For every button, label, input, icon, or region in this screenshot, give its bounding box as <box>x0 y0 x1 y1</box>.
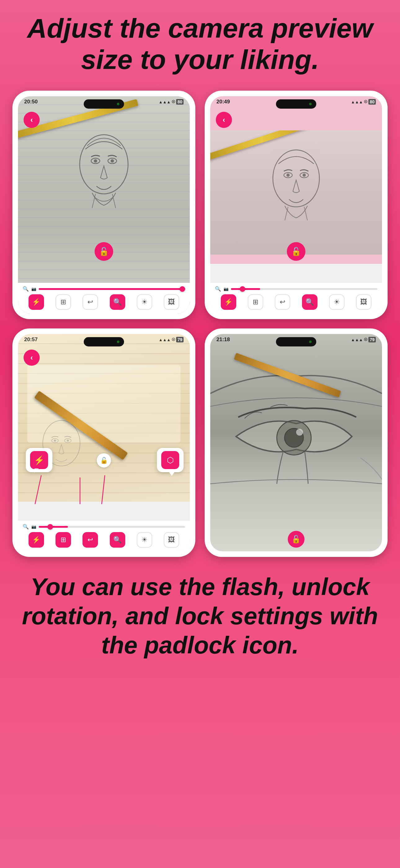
back-btn-1[interactable]: ‹ <box>24 112 40 128</box>
tools-row-3: ⚡ ⊞ ↩ 🔍 ☀ 🖼 <box>23 532 185 548</box>
status-bar-4: 21:18 ▲▲▲ ⦾ 79 <box>210 334 382 344</box>
battery-3: 79 <box>176 337 184 342</box>
phone-screen-1: 20:50 ▲▲▲ ⦾ 80 <box>18 96 190 314</box>
brightness-btn-3[interactable]: ☀ <box>137 532 152 548</box>
signal-bars-1: ▲▲▲ <box>159 100 171 104</box>
brightness-btn-2[interactable]: ☀ <box>329 294 344 310</box>
slider-track-1[interactable] <box>39 288 185 290</box>
lock-bubble-3: 🔓 <box>97 453 111 468</box>
dynamic-island-3 <box>84 337 124 346</box>
lock-button-4[interactable]: 🔓 <box>288 531 304 548</box>
title-line2: size to your liking. <box>81 44 319 75</box>
flip-icon-1: ↩ <box>88 298 93 306</box>
bottom-text-line2: rotation, and lock settings with <box>22 602 378 629</box>
battery-1: 80 <box>176 99 184 104</box>
main-title: Adjust the camera preview size to your l… <box>2 0 398 85</box>
wifi-icon-2: ⦾ <box>364 99 367 104</box>
back-btn-2[interactable]: ‹ <box>216 112 232 128</box>
grid-btn-2[interactable]: ⊞ <box>248 294 263 310</box>
wifi-icon-4: ⦾ <box>364 337 367 342</box>
gallery-btn-3[interactable]: 🖼 <box>164 532 179 548</box>
status-icons-2: ▲▲▲ ⦾ 80 <box>351 99 376 104</box>
svg-point-9 <box>303 174 306 177</box>
grid-icon-2: ⊞ <box>253 298 258 306</box>
phones-grid: 20:50 ▲▲▲ ⦾ 80 <box>0 85 400 563</box>
phone-screen-4: 21:18 ▲▲▲ ⦾ 79 <box>210 334 382 551</box>
signal-bars-4: ▲▲▲ <box>351 337 363 342</box>
zoom-out-icon-1: 🔍 <box>23 286 29 292</box>
flip-btn-3[interactable]: ↩ <box>82 532 98 548</box>
lock-button-2[interactable]: 🔓 <box>287 242 305 261</box>
slider-fill-3 <box>39 526 68 528</box>
flip-btn-1[interactable]: ↩ <box>82 294 98 310</box>
toolbar-3: 🔍 📷 ⚡ ⊞ ↩ 🔍 ☀ 🖼 <box>18 521 190 551</box>
zoom-cam-btn-3[interactable]: 🔍 <box>110 532 125 548</box>
svg-point-14 <box>67 440 69 442</box>
toolbar-2: 🔍 📷 ⚡ ⊞ ↩ 🔍 ☀ 🖼 <box>210 283 382 314</box>
slider-row-2: 🔍 📷 <box>215 286 377 292</box>
bottom-label: You can use the flash, unlock rotation, … <box>0 563 400 678</box>
dynamic-island-4 <box>276 337 316 346</box>
phone-frame-2: 20:49 ▲▲▲ ⦾ 80 <box>205 91 388 319</box>
gallery-icon-3: 🖼 <box>168 536 175 544</box>
eye-sketch-4 <box>210 359 382 514</box>
flash-popup-3: ⚡ <box>26 448 53 472</box>
brightness-icon-2: ☀ <box>334 298 340 306</box>
grid-btn-1[interactable]: ⊞ <box>56 294 71 310</box>
title-line1: Adjust the camera preview <box>27 13 373 43</box>
back-btn-3[interactable]: ‹ <box>24 349 40 366</box>
battery-2: 80 <box>368 99 376 104</box>
flash-popup-arrow-3 <box>34 468 39 476</box>
face-sketch-2 <box>267 143 326 220</box>
slider-row-3: 🔍 📷 <box>23 524 185 530</box>
flash-btn-1[interactable]: ⚡ <box>29 294 44 310</box>
svg-point-4 <box>111 159 114 163</box>
slider-fill-2 <box>231 288 260 290</box>
svg-point-20 <box>296 429 303 436</box>
slider-track-2[interactable] <box>231 288 377 290</box>
slider-track-3[interactable] <box>39 526 185 528</box>
svg-point-0 <box>80 135 128 194</box>
bottom-text-line3: the padlock icon. <box>101 631 299 659</box>
brightness-btn-1[interactable]: ☀ <box>137 294 152 310</box>
grid-icon-1: ⊞ <box>61 298 66 306</box>
camera-icon-3: 📷 <box>31 524 36 529</box>
flip-btn-2[interactable]: ↩ <box>275 294 290 310</box>
rotation-popup-icon-3: ⬡ <box>161 451 179 469</box>
slider-thumb-3[interactable] <box>47 524 53 530</box>
brightness-icon-3: ☀ <box>141 536 147 544</box>
flash-btn-2[interactable]: ⚡ <box>221 294 236 310</box>
lock-button-1[interactable]: 🔓 <box>95 242 113 261</box>
brightness-icon-1: ☀ <box>141 298 147 306</box>
signal-bars-2: ▲▲▲ <box>351 100 363 104</box>
svg-point-12 <box>54 440 56 442</box>
slider-thumb-1[interactable] <box>179 286 185 292</box>
slider-fill-1 <box>39 288 185 290</box>
camera-preview-1 <box>18 96 190 314</box>
gallery-btn-1[interactable]: 🖼 <box>164 294 179 310</box>
gallery-btn-2[interactable]: 🖼 <box>356 294 371 310</box>
rotation-popup-3: ⬡ <box>157 448 184 472</box>
phone-frame-4: 21:18 ▲▲▲ ⦾ 79 <box>205 329 388 557</box>
flash-btn-3[interactable]: ⚡ <box>29 532 44 548</box>
zoom-cam-icon-3: 🔍 <box>113 536 122 544</box>
slider-thumb-2[interactable] <box>240 286 245 292</box>
phone-screen-2: 20:49 ▲▲▲ ⦾ 80 <box>210 96 382 314</box>
zoom-cam-btn-2[interactable]: 🔍 <box>302 294 318 310</box>
signal-bars-3: ▲▲▲ <box>159 337 171 342</box>
phone-screen-3: 20:57 ▲▲▲ ⦾ 79 <box>18 334 190 551</box>
zoom-out-icon-2: 🔍 <box>215 286 221 292</box>
photo-preview-3 <box>18 334 190 502</box>
grid-btn-3[interactable]: ⊞ <box>56 532 71 548</box>
flash-icon-2: ⚡ <box>224 298 233 306</box>
svg-point-7 <box>287 174 290 177</box>
flash-popup-icon-3: ⚡ <box>30 451 48 469</box>
zoom-out-icon-3: 🔍 <box>23 524 29 530</box>
time-4: 21:18 <box>216 337 230 343</box>
eye-closeup-4 <box>210 334 382 551</box>
status-icons-4: ▲▲▲ ⦾ 79 <box>351 337 376 342</box>
status-bar-3: 20:57 ▲▲▲ ⦾ 79 <box>18 334 190 344</box>
zoom-cam-btn-1[interactable]: 🔍 <box>110 294 125 310</box>
status-icons-3: ▲▲▲ ⦾ 79 <box>159 337 184 342</box>
svg-point-2 <box>94 159 97 163</box>
